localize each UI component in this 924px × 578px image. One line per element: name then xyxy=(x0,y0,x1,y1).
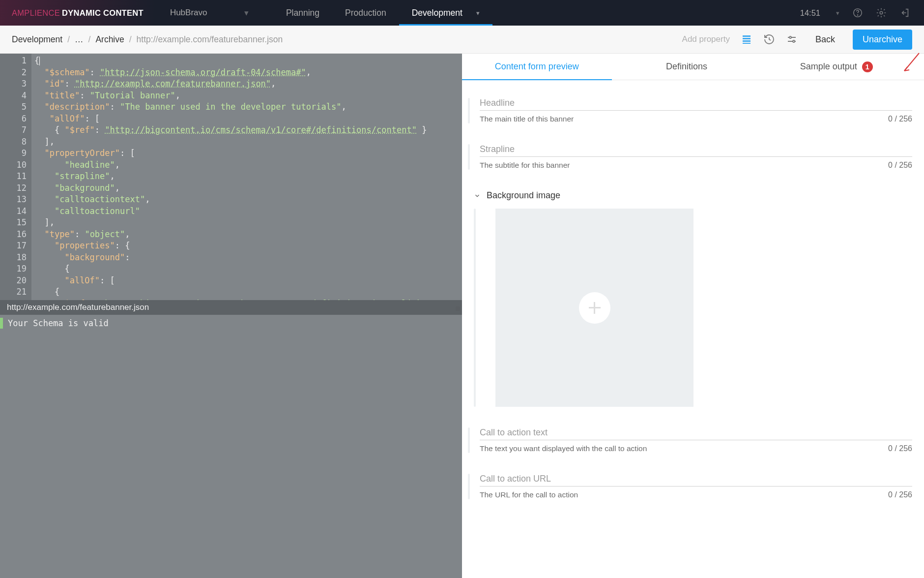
char-count: 0 / 256 xyxy=(888,444,912,453)
code-line: "allOf" xyxy=(64,275,100,285)
help-icon[interactable] xyxy=(852,7,863,18)
field-cta-url: Call to action URL The URL for the call … xyxy=(468,474,912,499)
field-label[interactable]: Call to action text xyxy=(480,427,912,440)
group-label: Background image xyxy=(487,190,560,201)
chevron-down-icon xyxy=(474,192,481,199)
field-cta-text: Call to action text The text you want di… xyxy=(468,427,912,453)
crumb-archive[interactable]: Archive xyxy=(95,34,124,45)
code-line: "http://bigcontent.io/cms/schema/v1/core… xyxy=(105,125,417,135)
tab-label: Sample output xyxy=(800,61,857,72)
back-button[interactable]: Back xyxy=(808,30,842,49)
field-accent-bar xyxy=(468,474,470,499)
field-hint: The URL for the call to action xyxy=(480,490,578,499)
crumb-sep: / xyxy=(129,34,132,45)
svg-rect-3 xyxy=(743,35,751,37)
tab-label: Content form preview xyxy=(495,61,579,72)
field-hint: The text you want displayed with the cal… xyxy=(480,444,647,453)
code-line: { xyxy=(34,56,39,65)
unarchive-button[interactable]: Unarchive xyxy=(853,30,912,50)
field-strapline: Strapline The subtitle for this banner 0… xyxy=(468,144,912,170)
brand-logo: AMPLIENCE DYNAMIC CONTENT xyxy=(0,0,155,26)
code-line: "$schema" xyxy=(44,67,89,77)
image-drop-zone[interactable] xyxy=(495,209,693,407)
code-line: "Tutorial banner" xyxy=(90,91,175,100)
svg-point-1 xyxy=(857,15,858,15)
scrollbar-thumb[interactable] xyxy=(456,306,460,311)
crumb-ellipsis[interactable]: … xyxy=(75,34,84,45)
validation-message: Your Schema is valid xyxy=(0,315,462,332)
tab-sample-output[interactable]: Sample output 1 xyxy=(761,54,924,80)
logout-icon[interactable] xyxy=(899,7,910,18)
error-badge: 1 xyxy=(862,61,873,72)
editor-fill xyxy=(0,332,462,578)
toolbar-right: Add property Back Unarchive xyxy=(682,30,912,50)
code-line: "description" xyxy=(44,102,110,112)
char-count: 0 / 256 xyxy=(888,161,912,170)
toolbar: Development / … / Archive / http://examp… xyxy=(0,26,924,54)
group-header[interactable]: Background image xyxy=(474,190,912,201)
clock-label: 14:51 xyxy=(800,8,820,18)
code-line: "$ref" xyxy=(64,125,94,135)
code-line: "object" xyxy=(85,229,125,239)
field-label[interactable]: Strapline xyxy=(480,144,912,156)
crumb-sep: / xyxy=(88,34,91,45)
code-line: "calltoactionurl" xyxy=(55,206,140,216)
code-line: "allOf" xyxy=(50,114,85,123)
tab-production-label: Production xyxy=(345,8,386,18)
tab-production[interactable]: Production xyxy=(332,0,399,26)
code-line: "properties" xyxy=(55,241,115,250)
field-label[interactable]: Headline xyxy=(480,98,912,110)
chevron-down-icon: ▾ xyxy=(476,9,480,17)
preview-pane: Content form preview Definitions Sample … xyxy=(462,54,924,578)
form-view-icon[interactable] xyxy=(741,33,752,45)
tab-development[interactable]: Development ▾ xyxy=(399,0,492,26)
code-line: "http://json-schema.org/draft-04/schema#… xyxy=(100,67,306,77)
tab-content-form-preview[interactable]: Content form preview xyxy=(462,54,612,80)
tab-label: Definitions xyxy=(666,61,707,72)
crumb-development[interactable]: Development xyxy=(12,34,62,45)
crumb-current: http://example.com/featurebanner.json xyxy=(137,34,283,45)
brand-amp: AMPLIENCE xyxy=(12,8,60,18)
add-property-button[interactable]: Add property xyxy=(682,34,730,44)
chevron-down-icon[interactable]: ▾ xyxy=(836,9,839,17)
code-line: "background" xyxy=(55,183,115,193)
code-line: "title" xyxy=(44,91,80,100)
tab-development-label: Development xyxy=(412,8,462,18)
tab-planning-label: Planning xyxy=(286,8,319,18)
nav-tabs: Planning Production Development ▾ xyxy=(273,0,492,26)
hub-name: HubBravo xyxy=(170,8,207,18)
field-background-image: Background image xyxy=(474,190,912,407)
code-line: "background" xyxy=(64,252,125,262)
code-editor[interactable]: { "$schema": "http://json-schema.org/dra… xyxy=(31,54,462,300)
code-line: "propertyOrder" xyxy=(44,148,120,158)
field-label[interactable]: Call to action URL xyxy=(480,474,912,486)
topbar: AMPLIENCE DYNAMIC CONTENT HubBravo ▾ Pla… xyxy=(0,0,924,26)
field-accent-bar xyxy=(474,209,476,407)
field-accent-bar xyxy=(468,98,470,123)
code-line: "id" xyxy=(44,79,64,89)
code-line: "calltoactiontext" xyxy=(55,194,145,204)
settings-sliders-icon[interactable] xyxy=(786,33,798,45)
topbar-right: 14:51 ▾ xyxy=(800,7,924,18)
svg-rect-6 xyxy=(743,43,751,44)
tab-planning[interactable]: Planning xyxy=(273,0,332,26)
code-line: "type" xyxy=(44,229,74,239)
char-count: 0 / 256 xyxy=(888,490,912,499)
svg-point-8 xyxy=(793,40,795,42)
editor-pane: 1234567891011121314151617181920212223242… xyxy=(0,54,462,578)
preview-body: Headline The main title of this banner 0… xyxy=(462,80,924,578)
svg-point-7 xyxy=(789,36,791,38)
add-image-button[interactable] xyxy=(579,292,610,324)
field-headline: Headline The main title of this banner 0… xyxy=(468,98,912,123)
line-gutter: 1234567891011121314151617181920212223242… xyxy=(0,54,31,300)
gear-icon[interactable] xyxy=(876,7,887,18)
preview-tabs: Content form preview Definitions Sample … xyxy=(462,54,924,80)
hub-selector[interactable]: HubBravo ▾ xyxy=(155,0,263,26)
field-hint: The main title of this banner xyxy=(480,115,574,123)
code-line: "strapline" xyxy=(55,171,110,181)
history-icon[interactable] xyxy=(763,33,775,45)
code-line: "http://example.com/featurebanner.json" xyxy=(75,79,271,89)
field-accent-bar xyxy=(468,427,470,453)
tab-definitions[interactable]: Definitions xyxy=(612,54,762,80)
field-accent-bar xyxy=(468,144,470,170)
